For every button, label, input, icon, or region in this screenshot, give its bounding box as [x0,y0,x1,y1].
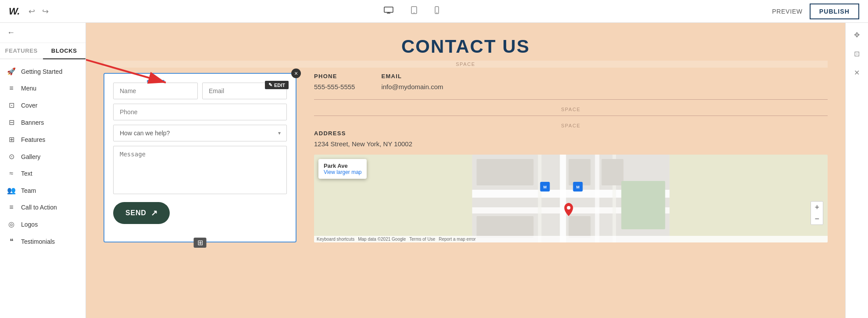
back-button[interactable]: ← [0,23,86,43]
svg-rect-19 [602,159,624,185]
close-button[interactable]: ✕ [850,64,864,81]
sidebar-item-logos[interactable]: ◎ Logos [0,216,86,233]
map-footer: Keyboard shortcuts Map data ©2021 Google… [314,236,828,242]
preview-button[interactable]: PREVIEW [772,8,802,15]
sidebar-item-label: Cover [21,102,37,109]
page-wrapper: CONTACT US SPACE [86,23,845,318]
help-select[interactable]: How can we help? [113,125,287,141]
send-arrow-icon: ↗ [151,208,158,218]
edit-badge[interactable]: ✎ EDIT [265,81,289,89]
send-button[interactable]: SEND ↗ [113,202,170,224]
sidebar-item-label: Testimonials [21,238,55,245]
contact-info: PHONE 555-555-5555 EMAIL info@mydomain.c… [314,73,828,242]
phone-input[interactable] [113,104,287,120]
map-terms[interactable]: Terms of Use [409,237,435,242]
tab-blocks[interactable]: BLOCKS [43,43,86,59]
help-row: How can we help? ▾ [113,125,287,141]
address-value: 1234 Street, New York, NY 10002 [314,140,828,148]
info-divider-1 [314,99,828,100]
desktop-view-button[interactable] [380,5,397,18]
zoom-in-button[interactable]: + [811,202,823,213]
map-popup-title: Park Ave [324,163,361,169]
svg-point-6 [436,12,437,13]
sidebar-item-testimonials[interactable]: ❝ Testimonials [0,233,86,250]
page-title: CONTACT US [104,36,828,57]
phone-row [113,104,287,120]
svg-text:M: M [543,185,547,189]
form-bottom-handle[interactable]: ⊞ [194,238,207,248]
map-data-credit: Map data ©2021 Google [358,237,406,242]
contact-us-section: CONTACT US SPACE [86,23,845,269]
phone-label: PHONE [314,73,355,80]
email-value: info@mydomain.com [381,83,443,90]
svg-point-4 [414,12,414,13]
move-button[interactable]: ✥ [850,26,864,43]
email-col: EMAIL info@mydomain.com [381,73,443,90]
tablet-view-button[interactable] [407,4,421,18]
canvas-area: CONTACT US SPACE [86,23,845,318]
tab-features[interactable]: FEATURES [0,43,43,58]
name-field-wrapper [113,83,198,99]
name-input[interactable] [113,83,198,99]
mobile-view-button[interactable] [431,4,443,18]
publish-button[interactable]: PUBLISH [810,4,859,19]
map-zoom-controls: + − [811,201,823,225]
sidebar-items: 🚀 Getting Started ≡ Menu ⊡ Cover ⊟ Banne… [0,59,86,253]
sidebar-item-getting-started[interactable]: 🚀 Getting Started [0,63,86,80]
email-field-wrapper: ✎ EDIT [202,83,287,99]
contact-form: × ✎ EDIT [104,73,296,242]
space-label-top: SPACE [104,61,828,68]
form-close-button[interactable]: × [291,69,301,78]
sidebar-item-banners[interactable]: ⊟ Banners [0,114,86,131]
svg-rect-15 [538,155,542,242]
menu-icon: ≡ [7,84,16,92]
sidebar-item-call-to-action[interactable]: ≡ Call to Action [0,199,86,216]
redo-button[interactable]: ↪ [40,5,50,18]
map-placeholder: M M Park Ave View larger map [314,155,828,242]
sidebar-item-cover[interactable]: ⊡ Cover [0,97,86,114]
text-icon: ≈ [7,170,16,177]
undo-redo-group: ↩ ↪ [27,5,50,18]
topbar-right: PREVIEW PUBLISH [772,4,859,19]
svg-rect-17 [477,216,534,238]
sidebar-item-features[interactable]: ⊞ Features [0,131,86,148]
logos-icon: ◎ [7,220,16,228]
svg-rect-18 [569,159,591,185]
phone-col: PHONE 555-555-5555 [314,73,355,90]
sidebar-item-text[interactable]: ≈ Text [0,165,86,182]
space-label-mid1: SPACE [314,107,828,112]
sidebar-item-label: Getting Started [21,68,62,75]
cover-icon: ⊡ [7,101,16,109]
back-icon: ← [7,28,15,37]
sidebar-tabs: FEATURES BLOCKS [0,43,86,59]
phone-email-row: PHONE 555-555-5555 EMAIL info@mydomain.c… [314,73,828,90]
space-label-mid2: SPACE [314,123,828,128]
svg-rect-16 [477,159,534,185]
gallery-icon: ⊙ [7,152,16,161]
svg-rect-0 [384,7,393,12]
svg-rect-13 [595,155,600,242]
zoom-out-button[interactable]: − [811,213,823,224]
sidebar-item-gallery[interactable]: ⊙ Gallery [0,148,86,165]
sidebar-item-menu[interactable]: ≡ Menu [0,80,86,97]
phone-value: 555-555-5555 [314,83,355,90]
sidebar-item-label: Call to Action [21,204,57,211]
resize-button[interactable]: ⊡ [850,45,864,62]
features-icon: ⊞ [7,135,16,144]
sidebar-item-team[interactable]: 👥 Team [0,182,86,199]
sidebar-item-label: Features [21,136,45,143]
map-popup-link[interactable]: View larger map [324,169,361,175]
address-col: ADDRESS 1234 Street, New York, NY 10002 [314,130,828,148]
map-keyboard-shortcuts: Keyboard shortcuts [317,237,354,242]
topbar-left: W. ↩ ↪ [9,5,50,18]
undo-button[interactable]: ↩ [27,5,37,18]
map-popup: Park Ave View larger map [318,159,367,179]
map-report[interactable]: Report a map error [439,237,475,242]
message-textarea[interactable] [113,146,287,194]
svg-rect-21 [622,181,665,229]
email-label: EMAIL [381,73,443,80]
sidebar-item-label: Banners [21,119,44,126]
form-top-row: ✎ EDIT [113,83,287,99]
main-layout: ← FEATURES BLOCKS 🚀 Getting Started ≡ Me… [0,23,868,318]
testimonials-icon: ❝ [7,237,16,246]
